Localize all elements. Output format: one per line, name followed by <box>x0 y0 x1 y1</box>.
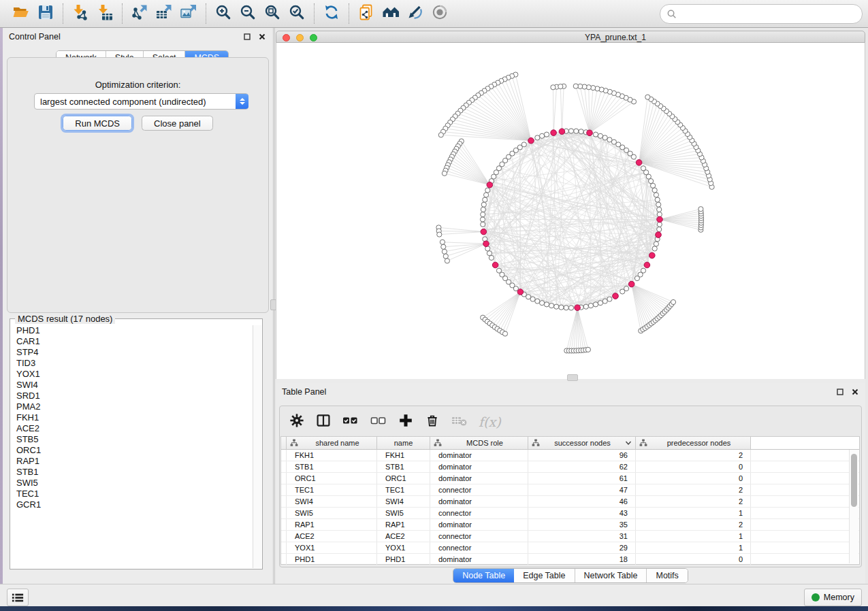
dropdown-stepper-icon <box>236 94 248 109</box>
table-row[interactable]: RAP1RAP1dominator352 <box>281 519 859 531</box>
table-row[interactable]: YOX1YOX1connector291 <box>281 542 859 554</box>
node-table: shared namenameMCDS rolesuccessor nodesp… <box>280 436 860 565</box>
close-panel-icon[interactable] <box>257 32 267 42</box>
tab-motifs[interactable]: Motifs <box>647 569 687 582</box>
cell-predecessor-nodes: 2 <box>636 519 751 530</box>
tab-node-table[interactable]: Node Table <box>453 569 514 582</box>
mcds-result-item[interactable]: FKH1 <box>16 412 251 423</box>
run-mcds-button[interactable]: Run MCDS <box>63 116 132 131</box>
result-list-scrollbar[interactable] <box>253 325 261 568</box>
table-row[interactable]: TEC1TEC1connector472 <box>281 484 859 496</box>
mcds-result-item[interactable]: YOX1 <box>16 369 251 380</box>
folder-open-button[interactable] <box>9 2 33 25</box>
mcds-result-list: PHD1CAR1STP4TID3YOX1SWI4SRD1PMA2FKH1ACE2… <box>11 325 251 568</box>
main-toolbar <box>0 0 868 28</box>
mcds-result-item[interactable]: ORC1 <box>16 445 251 456</box>
cell-successor-nodes: 43 <box>528 508 636 518</box>
import-network-button[interactable] <box>68 2 93 25</box>
cell-successor-nodes: 18 <box>528 554 636 565</box>
mcds-result-item[interactable]: GCR1 <box>16 499 251 510</box>
mcds-result-item[interactable]: SWI5 <box>16 478 251 489</box>
share-document-icon <box>357 3 375 24</box>
add-column-button[interactable] <box>398 414 413 430</box>
mcds-result-item[interactable]: CAR1 <box>16 336 251 347</box>
floppy-disk-button[interactable] <box>33 2 58 25</box>
hide-annotations-button[interactable] <box>403 2 428 25</box>
table-row[interactable]: FKH1FKH1dominator962 <box>281 450 859 461</box>
cell-name: SWI5 <box>377 508 430 518</box>
application-window: Control Panel NetworkStyleSelectMCDS Opt… <box>0 0 868 611</box>
split-panel-button[interactable] <box>316 414 331 430</box>
cell-shared-name: ORC1 <box>287 473 377 484</box>
close-panel-icon[interactable] <box>850 387 860 397</box>
import-table-button[interactable] <box>93 2 117 25</box>
row-gutter <box>281 554 287 565</box>
cell-predecessor-nodes: 1 <box>636 542 751 553</box>
mcds-result-item[interactable]: STB5 <box>16 434 251 445</box>
task-history-button[interactable] <box>7 589 29 606</box>
search-input[interactable] <box>681 7 862 22</box>
float-panel-icon[interactable] <box>835 387 845 397</box>
mcds-result-item[interactable]: SRD1 <box>16 391 251 401</box>
eye-button[interactable] <box>428 2 452 25</box>
column-header-predecessor-nodes[interactable]: predecessor nodes <box>636 437 751 449</box>
table-row[interactable]: STB1STB1dominator620 <box>281 461 859 473</box>
close-panel-button[interactable]: Close panel <box>142 116 213 131</box>
mcds-result-item[interactable]: STB1 <box>16 467 251 478</box>
table-scrollbar[interactable] <box>849 450 858 563</box>
table-tabs-bar: Node TableEdge TableNetwork TableMotifs <box>276 568 865 583</box>
memory-button[interactable]: Memory <box>804 589 862 606</box>
network-window-titlebar[interactable]: YPA_prune.txt_1 <box>276 31 865 43</box>
network-graph[interactable] <box>276 43 865 379</box>
search-icon <box>666 9 677 19</box>
share-document-button[interactable] <box>354 2 379 25</box>
delete-column-button[interactable] <box>425 414 440 430</box>
toolbar-group <box>206 0 314 27</box>
table-row[interactable]: ACE2ACE2connector311 <box>281 531 859 542</box>
export-image-button[interactable] <box>176 2 201 25</box>
cell-predecessor-nodes: 0 <box>636 554 751 565</box>
table-row[interactable]: ORC1ORC1dominator610 <box>281 473 859 484</box>
column-header-name[interactable]: name <box>377 437 430 449</box>
control-panel-header: Control Panel <box>3 28 272 46</box>
zoom-selected-button[interactable] <box>285 2 309 25</box>
tab-network-table[interactable]: Network Table <box>575 569 647 582</box>
column-header-MCDS-role[interactable]: MCDS role <box>430 437 528 449</box>
column-header-successor-nodes[interactable]: successor nodes <box>528 437 636 449</box>
import-network-icon <box>71 3 89 24</box>
export-table-button[interactable] <box>152 2 176 25</box>
table-row[interactable]: SWI4SWI4dominator462 <box>281 496 859 508</box>
hide-annotations-icon <box>406 3 424 24</box>
tab-edge-table[interactable]: Edge Table <box>514 569 575 582</box>
row-gutter <box>281 508 287 518</box>
zoom-fit-icon <box>263 3 281 24</box>
column-label: successor nodes <box>540 439 625 447</box>
mcds-result-item[interactable]: ACE2 <box>16 423 251 434</box>
select-all-button[interactable] <box>342 414 359 430</box>
table-row[interactable]: SWI5SWI5connector431 <box>281 508 859 519</box>
function-builder-icon: f(x) <box>479 414 501 429</box>
mcds-result-item[interactable]: RAP1 <box>16 456 251 467</box>
zoom-fit-button[interactable] <box>260 2 285 25</box>
export-network-button[interactable] <box>127 2 152 25</box>
criterion-dropdown[interactable]: largest connected component (undirected) <box>34 93 248 110</box>
mcds-result-item[interactable]: TID3 <box>16 358 251 369</box>
scrollbar-thumb[interactable] <box>851 454 857 507</box>
splitter-grip[interactable] <box>567 374 578 381</box>
column-header-shared-name[interactable]: shared name <box>287 437 377 449</box>
mcds-result-item[interactable]: SWI4 <box>16 380 251 391</box>
mcds-result-item[interactable]: PHD1 <box>16 325 251 336</box>
settings-gear-button[interactable] <box>289 414 304 430</box>
table-row[interactable]: PHD1PHD1dominator180 <box>281 554 859 565</box>
mcds-result-item[interactable]: STP4 <box>16 347 251 358</box>
refresh-button[interactable] <box>319 2 344 25</box>
table-toolbar: f(x) <box>289 412 501 431</box>
zoom-out-button[interactable] <box>236 2 260 25</box>
mcds-result-item[interactable]: TEC1 <box>16 489 251 499</box>
float-panel-icon[interactable] <box>242 32 252 42</box>
mcds-result-item[interactable]: PMA2 <box>16 401 251 412</box>
deselect-all-button[interactable] <box>370 414 387 430</box>
zoom-in-button[interactable] <box>211 2 236 25</box>
houses-button[interactable] <box>379 2 403 25</box>
network-canvas[interactable] <box>276 43 865 379</box>
